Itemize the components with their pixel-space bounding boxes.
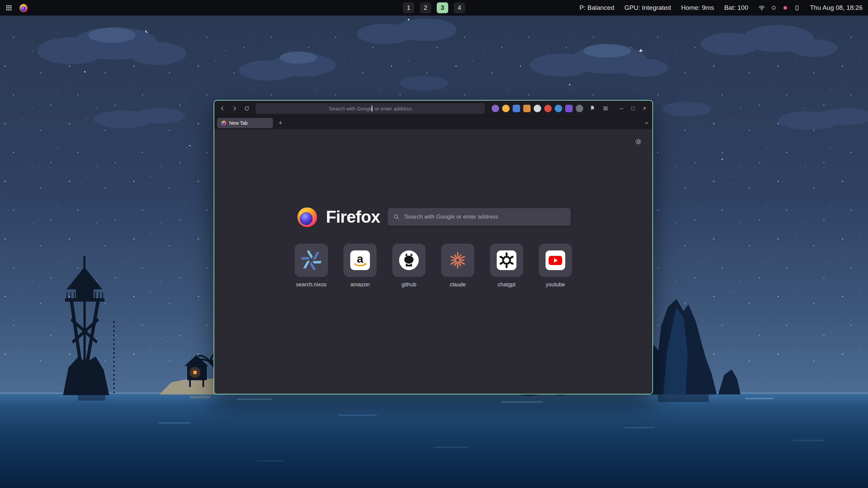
new-tab-page: Firefox bbox=[214, 129, 652, 394]
claude-starburst-icon bbox=[449, 251, 467, 269]
browser-toolbar: Search with Google or enter address – bbox=[214, 101, 652, 116]
extension-icon-4[interactable] bbox=[523, 105, 531, 112]
amazon-icon: a bbox=[350, 250, 370, 270]
nixos-snowflake-icon bbox=[301, 250, 321, 270]
list-all-tabs-button[interactable] bbox=[644, 120, 650, 126]
close-button[interactable]: × bbox=[639, 103, 650, 114]
github-octocat-icon bbox=[399, 250, 419, 270]
url-bar-placeholder: Search with Google or enter address bbox=[329, 106, 412, 111]
extension-icon-6[interactable] bbox=[544, 105, 552, 112]
wifi-icon[interactable] bbox=[758, 5, 765, 11]
gear-icon bbox=[635, 138, 642, 145]
search-icon bbox=[393, 214, 400, 220]
chatgpt-knot-icon bbox=[497, 251, 516, 269]
clock: Thu Aug 08, 18:26 bbox=[810, 4, 863, 12]
ping-module: Home: 9ms bbox=[681, 4, 714, 12]
tab-new-tab[interactable]: New Tab bbox=[217, 118, 273, 128]
svg-text:a: a bbox=[357, 252, 364, 265]
back-button[interactable] bbox=[217, 103, 228, 114]
extension-icon-5[interactable] bbox=[534, 105, 541, 112]
workspace-button-1[interactable]: 1 bbox=[403, 2, 414, 13]
reload-button[interactable] bbox=[241, 103, 252, 114]
forward-button[interactable] bbox=[229, 103, 240, 114]
pink-dot-icon[interactable] bbox=[783, 5, 788, 11]
workspace-button-2[interactable]: 2 bbox=[420, 2, 431, 13]
gpu-module: GPU: Integrated bbox=[624, 4, 671, 12]
workspace-switcher: 1 2 3 4 bbox=[403, 0, 465, 16]
tab-bar: New Tab + bbox=[214, 116, 652, 129]
power-profile-module: P: Balanced bbox=[579, 4, 614, 12]
extension-area bbox=[492, 103, 612, 114]
shortcut-label: search.nixos bbox=[296, 282, 327, 288]
extensions-puzzle-button[interactable] bbox=[586, 103, 597, 114]
shortcut-label: amazon bbox=[351, 282, 370, 288]
extension-icon-9[interactable] bbox=[576, 105, 583, 112]
url-bar[interactable]: Search with Google or enter address bbox=[256, 103, 485, 114]
text-caret bbox=[372, 105, 372, 111]
app-launcher-button[interactable] bbox=[5, 4, 12, 11]
firefox-icon bbox=[19, 3, 28, 13]
shortcut-claude[interactable]: claude bbox=[441, 244, 474, 288]
shortcut-youtube[interactable]: youtube bbox=[539, 244, 572, 288]
shortcut-chatgpt[interactable]: chatgpt bbox=[490, 244, 523, 288]
shortcut-label: youtube bbox=[546, 282, 565, 288]
status-bar: 1 2 3 4 P: Balanced GPU: Integrated Home… bbox=[0, 0, 868, 16]
new-tab-button[interactable]: + bbox=[276, 118, 285, 128]
firefox-launcher-button[interactable] bbox=[19, 3, 28, 13]
newtab-search-bar[interactable] bbox=[388, 208, 571, 226]
extension-icon-1[interactable] bbox=[492, 105, 499, 112]
battery-module: Bat: 100 bbox=[724, 4, 748, 12]
workspace-button-4[interactable]: 4 bbox=[454, 2, 465, 13]
ring-status-icon[interactable] bbox=[771, 5, 776, 11]
firefox-wordmark: Firefox bbox=[326, 207, 380, 227]
personalize-gear-button[interactable] bbox=[635, 138, 642, 145]
shortcuts-row: search.nixos a amazon bbox=[295, 244, 572, 288]
shortcut-github[interactable]: github bbox=[392, 244, 426, 288]
hamburger-icon bbox=[602, 105, 609, 112]
firefox-window: Search with Google or enter address – bbox=[214, 100, 653, 394]
shortcut-search-nixos[interactable]: search.nixos bbox=[295, 244, 328, 288]
window-controls: – □ × bbox=[616, 103, 650, 114]
minimize-button[interactable]: – bbox=[616, 103, 627, 114]
tablet-device-icon[interactable] bbox=[794, 5, 800, 11]
shortcut-label: chatgpt bbox=[498, 282, 515, 288]
extension-icon-3[interactable] bbox=[513, 105, 520, 112]
extension-icon-7[interactable] bbox=[555, 105, 562, 112]
apps-grid-icon bbox=[5, 4, 12, 11]
shortcut-amazon[interactable]: a amazon bbox=[343, 244, 377, 288]
maximize-button[interactable]: □ bbox=[628, 103, 638, 114]
youtube-play-icon bbox=[546, 250, 565, 270]
workspace-button-3[interactable]: 3 bbox=[437, 2, 448, 13]
firefox-favicon bbox=[221, 120, 226, 126]
menu-button[interactable] bbox=[600, 103, 611, 114]
tab-title: New Tab bbox=[229, 120, 248, 126]
shortcut-label: claude bbox=[450, 282, 466, 288]
shortcut-label: github bbox=[401, 282, 416, 288]
extension-icon-2[interactable] bbox=[502, 105, 510, 112]
extension-icon-8[interactable] bbox=[565, 105, 573, 112]
newtab-search-input[interactable] bbox=[404, 213, 565, 221]
firefox-logo bbox=[296, 206, 318, 228]
